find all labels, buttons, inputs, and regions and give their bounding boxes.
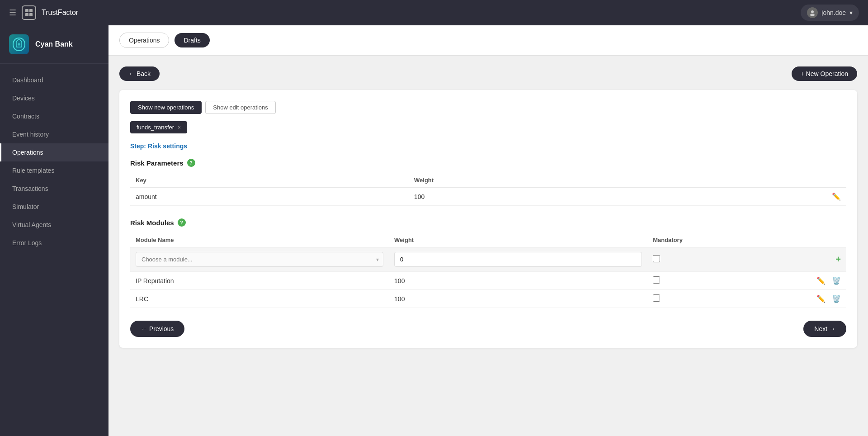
new-module-mandatory-cell bbox=[647, 247, 754, 272]
module-weight: 100 bbox=[389, 290, 647, 308]
new-module-weight-cell bbox=[389, 247, 647, 272]
lrc-mandatory-checkbox[interactable] bbox=[653, 294, 660, 302]
page-content: ← Back + New Operation Show new operatio… bbox=[108, 56, 868, 436]
user-name: john.doe bbox=[821, 9, 846, 16]
topbar: ☰ TrustFactor john.doe ▾ bbox=[0, 0, 868, 25]
toggle-row: Show new operations Show edit operations bbox=[130, 101, 846, 114]
table-row: IP Reputation 100 ✏️ 🗑️ bbox=[130, 272, 846, 290]
sidebar-item-contracts[interactable]: Contracts bbox=[0, 107, 108, 125]
main-layout: Cyan Bank Dashboard Devices Contracts Ev… bbox=[0, 25, 868, 436]
col-actions-placeholder bbox=[673, 173, 846, 188]
user-icon bbox=[809, 9, 816, 16]
col-module-weight: Weight bbox=[389, 233, 647, 247]
svg-rect-2 bbox=[25, 13, 28, 16]
step-link[interactable]: Step: Risk settings bbox=[130, 142, 846, 150]
sidebar-item-simulator[interactable]: Simulator bbox=[0, 198, 108, 216]
main-card: Show new operations Show edit operations… bbox=[119, 90, 857, 348]
table-row: LRC 100 ✏️ 🗑️ bbox=[130, 290, 846, 308]
risk-parameters-section: Risk Parameters ? Key Weight bbox=[130, 159, 846, 206]
app-title: TrustFactor bbox=[42, 9, 78, 17]
risk-modules-section: Risk Modules ? Module Name Weight Mandat… bbox=[130, 218, 846, 308]
sidebar-item-devices[interactable]: Devices bbox=[0, 89, 108, 107]
brand-name: Cyan Bank bbox=[35, 40, 73, 48]
svg-rect-3 bbox=[29, 13, 33, 16]
page-header: Operations Drafts bbox=[108, 25, 868, 56]
tab-operations[interactable]: Operations bbox=[119, 33, 169, 48]
svg-point-4 bbox=[811, 10, 814, 13]
user-menu[interactable]: john.doe ▾ bbox=[801, 5, 859, 21]
sidebar-brand: Cyan Bank bbox=[0, 25, 108, 64]
module-name: LRC bbox=[130, 290, 389, 308]
col-module-name: Module Name bbox=[130, 233, 389, 247]
new-module-add-cell: + bbox=[754, 247, 846, 272]
risk-parameters-header: Risk Parameters ? bbox=[130, 159, 846, 167]
col-weight: Weight bbox=[409, 173, 673, 188]
new-module-row: ▾ + bbox=[130, 247, 846, 272]
sidebar-item-virtual-agents[interactable]: Virtual Agents bbox=[0, 216, 108, 234]
tab-chip-close-icon[interactable]: × bbox=[178, 124, 181, 131]
risk-modules-table: Module Name Weight Mandatory bbox=[130, 233, 846, 308]
edit-param-icon[interactable]: ✏️ bbox=[832, 193, 841, 200]
user-chevron-icon: ▾ bbox=[849, 9, 853, 16]
tab-chip-row: funds_transfer × bbox=[130, 121, 846, 133]
new-operation-button[interactable]: + New Operation bbox=[792, 66, 857, 81]
svg-rect-1 bbox=[29, 9, 33, 12]
topbar-left: ☰ TrustFactor bbox=[9, 5, 78, 20]
new-module-weight-input[interactable] bbox=[394, 252, 642, 267]
module-weight: 100 bbox=[389, 272, 647, 290]
param-actions: ✏️ bbox=[673, 188, 846, 206]
sidebar-item-operations[interactable]: Operations bbox=[0, 143, 108, 161]
risk-parameters-info-icon: ? bbox=[187, 159, 195, 167]
sidebar-item-rule-templates[interactable]: Rule templates bbox=[0, 161, 108, 180]
show-edit-operations-button[interactable]: Show edit operations bbox=[205, 101, 275, 114]
app-logo-box bbox=[22, 5, 36, 20]
sidebar-item-transactions[interactable]: Transactions bbox=[0, 180, 108, 198]
sidebar-item-error-logs[interactable]: Error Logs bbox=[0, 234, 108, 252]
sidebar-item-dashboard[interactable]: Dashboard bbox=[0, 71, 108, 89]
module-mandatory bbox=[647, 272, 754, 290]
module-select-input[interactable] bbox=[136, 252, 383, 267]
user-avatar bbox=[807, 7, 818, 18]
param-weight: 100 bbox=[409, 188, 673, 206]
delete-lrc-icon[interactable]: 🗑️ bbox=[832, 295, 841, 303]
risk-modules-header: Risk Modules ? bbox=[130, 218, 846, 227]
sidebar-nav: Dashboard Devices Contracts Event histor… bbox=[0, 64, 108, 259]
module-name: IP Reputation bbox=[130, 272, 389, 290]
svg-rect-0 bbox=[25, 9, 28, 12]
show-new-operations-button[interactable]: Show new operations bbox=[130, 101, 202, 114]
ip-reputation-mandatory-checkbox[interactable] bbox=[653, 276, 660, 284]
module-row-actions: ✏️ 🗑️ bbox=[754, 272, 846, 290]
edit-ip-reputation-icon[interactable]: ✏️ bbox=[816, 277, 826, 284]
module-select-cell: ▾ bbox=[130, 247, 389, 272]
risk-parameters-title: Risk Parameters bbox=[130, 159, 184, 167]
col-module-mandatory: Mandatory bbox=[647, 233, 754, 247]
action-row: ← Back + New Operation bbox=[119, 66, 857, 81]
brand-logo bbox=[9, 34, 29, 54]
table-row: amount 100 ✏️ bbox=[130, 188, 846, 206]
risk-modules-info-icon: ? bbox=[178, 218, 186, 227]
active-operation-tab[interactable]: funds_transfer × bbox=[130, 121, 187, 133]
risk-parameters-table: Key Weight amount 100 ✏️ bbox=[130, 173, 846, 206]
add-module-icon[interactable]: + bbox=[835, 254, 841, 264]
delete-ip-reputation-icon[interactable]: 🗑️ bbox=[832, 277, 841, 284]
risk-modules-title: Risk Modules bbox=[130, 219, 174, 227]
sidebar: Cyan Bank Dashboard Devices Contracts Ev… bbox=[0, 25, 108, 436]
next-button[interactable]: Next → bbox=[803, 321, 846, 337]
new-module-mandatory-checkbox[interactable] bbox=[653, 255, 660, 262]
tab-chip-label: funds_transfer bbox=[137, 124, 174, 131]
previous-button[interactable]: ← Previous bbox=[130, 321, 184, 337]
param-key: amount bbox=[130, 188, 409, 206]
app-logo-icon bbox=[24, 8, 33, 17]
module-row-actions: ✏️ 🗑️ bbox=[754, 290, 846, 308]
edit-lrc-icon[interactable]: ✏️ bbox=[816, 295, 826, 303]
back-button[interactable]: ← Back bbox=[119, 66, 160, 81]
bottom-nav: ← Previous Next → bbox=[130, 321, 846, 337]
content-area: Operations Drafts ← Back + New Operation… bbox=[108, 25, 868, 436]
sidebar-item-event-history[interactable]: Event history bbox=[0, 125, 108, 143]
col-key: Key bbox=[130, 173, 409, 188]
brand-logo-svg bbox=[11, 36, 27, 52]
tab-drafts[interactable]: Drafts bbox=[175, 33, 209, 47]
module-mandatory bbox=[647, 290, 754, 308]
menu-icon[interactable]: ☰ bbox=[9, 8, 16, 18]
svg-point-5 bbox=[810, 14, 815, 16]
